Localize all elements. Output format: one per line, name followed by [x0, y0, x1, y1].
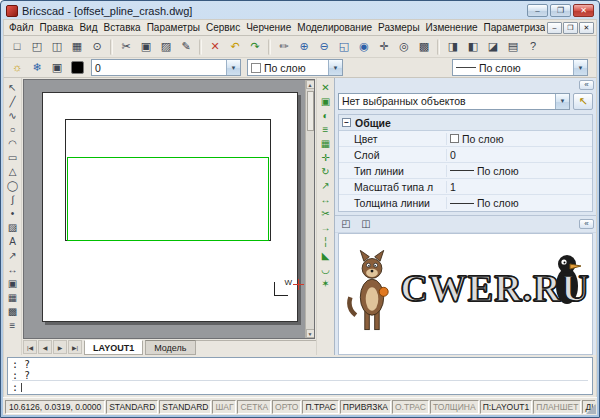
- toolbox-icon[interactable]: ◧: [464, 38, 482, 56]
- collapse-panel-button[interactable]: «: [579, 80, 594, 90]
- cut-icon[interactable]: ✂: [117, 38, 135, 56]
- menu-item[interactable]: Правка: [38, 21, 76, 34]
- paste-icon[interactable]: ▨: [157, 38, 175, 56]
- erase-icon[interactable]: ✕: [206, 38, 224, 56]
- canvas-vertical-scrollbar[interactable]: ▲ ▼: [305, 80, 314, 338]
- menu-item[interactable]: Сервис: [204, 21, 242, 34]
- offset-icon[interactable]: ≡: [318, 123, 334, 137]
- arc-icon[interactable]: ◠: [5, 137, 21, 151]
- menu-item[interactable]: Вид: [77, 21, 99, 34]
- properties-panel-icon[interactable]: ◨: [444, 38, 462, 56]
- rectangle-icon[interactable]: ▭: [5, 151, 21, 165]
- block-insert-icon[interactable]: ▣: [5, 277, 21, 291]
- rotate-icon[interactable]: ↻: [318, 165, 334, 179]
- menu-item[interactable]: Параметры: [145, 21, 202, 34]
- break-icon[interactable]: ¦: [318, 235, 334, 249]
- extend-icon[interactable]: →: [318, 221, 334, 235]
- match-properties-icon[interactable]: ✎: [177, 38, 195, 56]
- text-icon[interactable]: A: [5, 235, 21, 249]
- trim-icon[interactable]: ✂: [318, 207, 334, 221]
- chevron-down-icon[interactable]: ▼: [328, 60, 342, 75]
- active-color-swatch[interactable]: [71, 61, 84, 74]
- scale-icon[interactable]: ↗: [318, 179, 334, 193]
- spline-icon[interactable]: ∫: [5, 193, 21, 207]
- polygon-icon[interactable]: △: [5, 165, 21, 179]
- leader-icon[interactable]: ↗: [5, 249, 21, 263]
- select-arrow-icon[interactable]: ↖: [5, 81, 21, 95]
- status-polar[interactable]: П.ТРАС: [302, 400, 338, 414]
- prop-row-linetype[interactable]: Тип линии По слою: [339, 163, 592, 179]
- menu-item[interactable]: Параметризация: [482, 21, 545, 34]
- selection-combo[interactable]: Нет выбранных объектов ▼: [338, 93, 570, 110]
- render-icon[interactable]: ▩: [415, 38, 433, 56]
- status-layout[interactable]: П:LAYOUT1: [480, 400, 533, 414]
- save-icon[interactable]: ◫: [48, 38, 66, 56]
- menu-item[interactable]: Вставка: [101, 21, 142, 34]
- color-combo[interactable]: По слою ▼: [247, 59, 343, 76]
- zoom-in-icon[interactable]: ⊕: [295, 38, 313, 56]
- menu-item[interactable]: Файл: [7, 21, 36, 34]
- ellipse-icon[interactable]: ◯: [5, 179, 21, 193]
- first-tab-button[interactable]: |◀: [23, 340, 37, 354]
- chamfer-icon[interactable]: ◣: [318, 249, 334, 263]
- status-textstyle[interactable]: STANDARD: [106, 400, 158, 414]
- mdi-close-button[interactable]: ✕: [579, 22, 594, 34]
- prop-row-lineweight[interactable]: Толщина линии По слою: [339, 195, 592, 211]
- menu-item[interactable]: Черчение: [244, 21, 293, 34]
- scroll-down-icon[interactable]: ▼: [306, 329, 315, 338]
- tab-layout1[interactable]: LAYOUT1: [84, 340, 143, 355]
- command-input[interactable]: :: [12, 380, 588, 393]
- fillet-icon[interactable]: ◡: [318, 263, 334, 277]
- chevron-down-icon[interactable]: ▼: [226, 60, 240, 75]
- menu-item[interactable]: Изменение: [424, 21, 480, 34]
- erase-entity-icon[interactable]: ✕: [318, 81, 334, 95]
- table-icon[interactable]: ▦: [5, 291, 21, 305]
- quick-select-button[interactable]: ↖: [573, 93, 593, 110]
- zoom-window-icon[interactable]: ◱: [335, 38, 353, 56]
- sheet-manager-icon[interactable]: ◪: [484, 38, 502, 56]
- save-view-icon[interactable]: ◫: [358, 217, 374, 232]
- point-icon[interactable]: •: [5, 207, 21, 221]
- copy-entity-icon[interactable]: ▣: [318, 95, 334, 109]
- next-tab-button[interactable]: ▶: [53, 340, 67, 354]
- status-grid[interactable]: СЕТКА: [237, 400, 271, 414]
- coordinates-display[interactable]: 10.6126, 0.0319, 0.0000: [5, 400, 105, 414]
- view-icon[interactable]: ◎: [395, 38, 413, 56]
- last-tab-button[interactable]: ▶|: [68, 340, 82, 354]
- line-icon[interactable]: ╱: [5, 95, 21, 109]
- linetype-combo[interactable]: По слою ▼: [452, 59, 588, 76]
- print-preview-icon[interactable]: ⊙: [88, 38, 106, 56]
- status-tablet[interactable]: ПЛАНШЕТ: [533, 400, 581, 414]
- polyline-icon[interactable]: ∿: [5, 109, 21, 123]
- mdi-restore-button[interactable]: ❐: [563, 22, 578, 34]
- scroll-up-icon[interactable]: ▲: [306, 80, 315, 89]
- open-file-icon[interactable]: ◰: [28, 38, 46, 56]
- array-icon[interactable]: ▦: [318, 137, 334, 151]
- prop-row-color[interactable]: Цвет По слою: [339, 131, 592, 147]
- menu-item[interactable]: Размеры: [376, 21, 422, 34]
- tab-model[interactable]: Модель: [145, 340, 195, 355]
- mirror-icon[interactable]: ◐: [318, 109, 334, 123]
- prop-row-linetype-scale[interactable]: Масштаб типа л 1: [339, 179, 592, 195]
- redo-icon[interactable]: ↷: [246, 38, 264, 56]
- move-icon[interactable]: ✛: [318, 151, 334, 165]
- print-icon[interactable]: ▦: [68, 38, 86, 56]
- status-esnap[interactable]: ПРИВЯЗКА: [340, 400, 391, 414]
- layer-combo[interactable]: 0 ▼: [91, 59, 241, 76]
- attach-file-icon[interactable]: ◰: [338, 217, 354, 232]
- status-snap[interactable]: ШАГ: [212, 400, 236, 414]
- close-button[interactable]: ✕: [573, 4, 594, 17]
- status-etrack[interactable]: О.ТРАС: [392, 400, 429, 414]
- hatch-icon[interactable]: ▨: [5, 221, 21, 235]
- prev-tab-button[interactable]: ◀: [38, 340, 52, 354]
- menu-item[interactable]: Моделирование: [295, 21, 374, 34]
- stretch-icon[interactable]: ↔: [318, 193, 334, 207]
- chevron-down-icon[interactable]: ▼: [555, 94, 569, 109]
- maximize-button[interactable]: ❐: [550, 4, 571, 17]
- property-group-general[interactable]: − Общие: [339, 115, 592, 131]
- chevron-down-icon[interactable]: ▼: [573, 60, 587, 75]
- console-box[interactable]: : ?: ? :: [7, 357, 593, 395]
- mdi-minimize-button[interactable]: –: [547, 22, 562, 34]
- layers-manager-icon[interactable]: ≡: [5, 319, 21, 333]
- zoom-extents-icon[interactable]: ◉: [355, 38, 373, 56]
